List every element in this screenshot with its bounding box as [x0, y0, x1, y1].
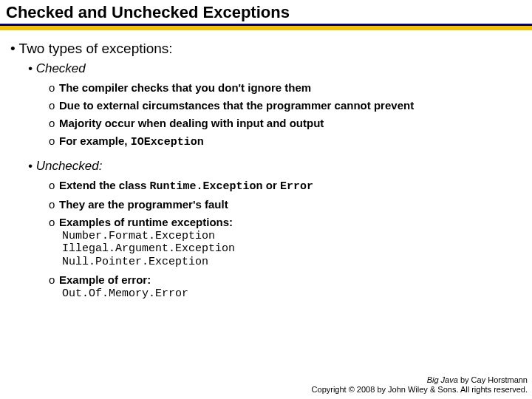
- slide-content: • Two types of exceptions: • Checked oTh…: [0, 30, 532, 300]
- checked-p1-text: The compiler checks that you don't ignor…: [59, 81, 311, 94]
- bullet-dot: •: [28, 159, 33, 173]
- checked-p3-text: Majority occur when dealing with input a…: [59, 117, 324, 129]
- bullet-lvl1: • Two types of exceptions:: [10, 41, 522, 57]
- checked-point-1: oThe compiler checks that you don't igno…: [49, 81, 522, 94]
- footer-by: by Cay Horstmann: [458, 375, 528, 384]
- bullet-o: o: [49, 216, 59, 228]
- unchecked-heading-text: Unchecked:: [36, 159, 103, 173]
- runtime-exception-list: Number.Format.Exception Illegal.Argument…: [62, 230, 522, 268]
- unchecked-p4-text: Example of error:: [59, 273, 151, 286]
- footer-book: Big Java: [427, 375, 458, 384]
- unchecked-point-3: oExamples of runtime exceptions:: [49, 216, 522, 228]
- checked-p4b-code: IOException: [131, 136, 204, 149]
- checked-p2-text: Due to external circumstances that the p…: [59, 99, 414, 112]
- bullet-o: o: [49, 198, 59, 211]
- error-example: Out.Of.Memory.Error: [62, 287, 522, 300]
- bullet-o: o: [49, 117, 59, 129]
- lvl1-text: Two types of exceptions:: [19, 41, 173, 56]
- bullet-o: o: [49, 134, 59, 147]
- bullet-dot: •: [28, 61, 33, 75]
- checked-p4a-text: For example,: [59, 134, 131, 147]
- slide-title: Checked and Unchecked Exceptions: [0, 0, 532, 24]
- unchecked-p3-text: Examples of runtime exceptions:: [59, 216, 233, 228]
- checked-point-3: oMajority occur when dealing with input …: [49, 117, 522, 129]
- unchecked-p1d: Error: [280, 180, 313, 193]
- heading-checked: • Checked: [28, 61, 522, 76]
- footer-line-1: Big Java by Cay Horstmann: [312, 375, 528, 385]
- code-line-4: Out.Of.Memory.Error: [62, 287, 522, 300]
- bullet-o: o: [49, 99, 59, 112]
- unchecked-point-4: oExample of error:: [49, 273, 522, 286]
- bullet-o: o: [49, 273, 59, 286]
- bullet-dot: •: [10, 41, 16, 56]
- unchecked-p2-text: They are the programmer's fault: [59, 198, 228, 211]
- unchecked-point-1: oExtend the class Runtime.Exception or E…: [49, 179, 522, 193]
- unchecked-p1c: or: [263, 179, 280, 191]
- bullet-o: o: [49, 81, 59, 94]
- unchecked-p1a: Extend the class: [59, 179, 150, 191]
- code-line-3: Null.Pointer.Exception: [62, 256, 522, 268]
- unchecked-p1b: Runtime.Exception: [150, 180, 263, 193]
- unchecked-point-2: oThey are the programmer's fault: [49, 198, 522, 211]
- bullet-o: o: [49, 179, 59, 191]
- footer-copyright: Copyright © 2008 by John Wiley & Sons. A…: [312, 385, 528, 395]
- checked-point-4: oFor example, IOException: [49, 134, 522, 149]
- checked-point-2: oDue to external circumstances that the …: [49, 99, 522, 112]
- code-line-2: Illegal.Argument.Exception: [62, 242, 522, 255]
- footer: Big Java by Cay Horstmann Copyright © 20…: [312, 375, 528, 395]
- heading-unchecked: • Unchecked:: [28, 159, 522, 174]
- code-line-1: Number.Format.Exception: [62, 230, 522, 242]
- checked-heading-text: Checked: [36, 61, 86, 75]
